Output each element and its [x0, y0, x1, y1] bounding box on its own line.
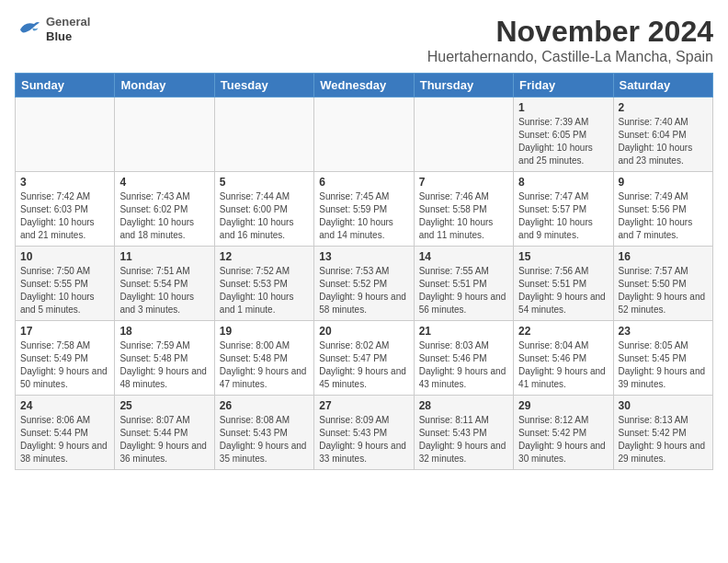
calendar-table: SundayMondayTuesdayWednesdayThursdayFrid…: [15, 73, 713, 470]
day-number: 11: [119, 250, 209, 263]
day-number: 30: [619, 399, 708, 412]
day-info: Sunrise: 7:40 AM Sunset: 6:04 PM Dayligh…: [619, 116, 708, 167]
calendar-week-row: 1Sunrise: 7:39 AM Sunset: 6:05 PM Daylig…: [16, 98, 713, 172]
day-number: 20: [319, 325, 408, 338]
calendar-cell: 28Sunrise: 8:11 AM Sunset: 5:43 PM Dayli…: [414, 396, 513, 470]
day-info: Sunrise: 7:47 AM Sunset: 5:57 PM Dayligh…: [518, 190, 608, 242]
calendar-cell: 10Sunrise: 7:50 AM Sunset: 5:55 PM Dayli…: [16, 247, 115, 321]
day-number: 22: [518, 325, 608, 338]
calendar-cell: [414, 98, 513, 172]
header: General Blue November 2024 Huertahernand…: [15, 15, 713, 65]
day-info: Sunrise: 7:49 AM Sunset: 5:56 PM Dayligh…: [619, 190, 708, 242]
day-number: 21: [419, 325, 508, 338]
weekday-header: Thursday: [414, 74, 513, 98]
day-info: Sunrise: 8:09 AM Sunset: 5:43 PM Dayligh…: [319, 414, 408, 465]
day-info: Sunrise: 8:07 AM Sunset: 5:44 PM Dayligh…: [119, 414, 209, 465]
day-number: 15: [518, 250, 608, 263]
logo-text: General Blue: [46, 15, 90, 43]
calendar-header-row: SundayMondayTuesdayWednesdayThursdayFrid…: [16, 74, 713, 98]
weekday-header: Saturday: [613, 74, 712, 98]
calendar-cell: 27Sunrise: 8:09 AM Sunset: 5:43 PM Dayli…: [314, 396, 414, 470]
day-number: 18: [119, 325, 209, 338]
day-info: Sunrise: 7:52 AM Sunset: 5:53 PM Dayligh…: [220, 265, 309, 316]
calendar-cell: 9Sunrise: 7:49 AM Sunset: 5:56 PM Daylig…: [613, 172, 712, 247]
calendar-cell: 3Sunrise: 7:42 AM Sunset: 6:03 PM Daylig…: [16, 172, 115, 247]
day-number: 9: [619, 176, 708, 189]
calendar-cell: 8Sunrise: 7:47 AM Sunset: 5:57 PM Daylig…: [514, 172, 613, 247]
calendar-cell: 7Sunrise: 7:46 AM Sunset: 5:58 PM Daylig…: [414, 172, 513, 247]
calendar-subtitle: Huertahernando, Castille-La Mancha, Spai…: [427, 49, 713, 65]
day-info: Sunrise: 8:08 AM Sunset: 5:43 PM Dayligh…: [220, 414, 309, 465]
day-info: Sunrise: 7:42 AM Sunset: 6:03 PM Dayligh…: [20, 190, 109, 242]
calendar-cell: 11Sunrise: 7:51 AM Sunset: 5:54 PM Dayli…: [115, 247, 214, 321]
day-info: Sunrise: 8:06 AM Sunset: 5:44 PM Dayligh…: [20, 414, 109, 465]
calendar-cell: 12Sunrise: 7:52 AM Sunset: 5:53 PM Dayli…: [214, 247, 313, 321]
day-info: Sunrise: 7:39 AM Sunset: 6:05 PM Dayligh…: [518, 116, 608, 167]
day-number: 4: [119, 176, 209, 189]
day-number: 5: [220, 176, 309, 189]
day-info: Sunrise: 7:58 AM Sunset: 5:49 PM Dayligh…: [20, 339, 109, 391]
day-info: Sunrise: 7:45 AM Sunset: 5:59 PM Dayligh…: [319, 190, 408, 242]
calendar-cell: 21Sunrise: 8:03 AM Sunset: 5:46 PM Dayli…: [414, 321, 513, 396]
calendar-week-row: 3Sunrise: 7:42 AM Sunset: 6:03 PM Daylig…: [16, 172, 713, 247]
calendar-cell: 23Sunrise: 8:05 AM Sunset: 5:45 PM Dayli…: [613, 321, 712, 396]
day-number: 14: [419, 250, 508, 263]
calendar-cell: 15Sunrise: 7:56 AM Sunset: 5:51 PM Dayli…: [514, 247, 613, 321]
day-number: 2: [619, 101, 708, 114]
calendar-cell: 20Sunrise: 8:02 AM Sunset: 5:47 PM Dayli…: [314, 321, 414, 396]
calendar-cell: [314, 98, 414, 172]
day-number: 8: [518, 176, 608, 189]
calendar-body: 1Sunrise: 7:39 AM Sunset: 6:05 PM Daylig…: [16, 98, 713, 470]
day-info: Sunrise: 7:43 AM Sunset: 6:02 PM Dayligh…: [119, 190, 209, 242]
day-info: Sunrise: 8:13 AM Sunset: 5:42 PM Dayligh…: [619, 414, 708, 465]
day-info: Sunrise: 7:59 AM Sunset: 5:48 PM Dayligh…: [119, 339, 209, 391]
calendar-cell: 14Sunrise: 7:55 AM Sunset: 5:51 PM Dayli…: [414, 247, 513, 321]
day-number: 13: [319, 250, 408, 263]
day-number: 23: [619, 325, 708, 338]
day-number: 25: [119, 399, 209, 412]
calendar-week-row: 10Sunrise: 7:50 AM Sunset: 5:55 PM Dayli…: [16, 247, 713, 321]
day-info: Sunrise: 7:57 AM Sunset: 5:50 PM Dayligh…: [619, 265, 708, 316]
calendar-week-row: 17Sunrise: 7:58 AM Sunset: 5:49 PM Dayli…: [16, 321, 713, 396]
day-number: 12: [220, 250, 309, 263]
day-number: 1: [518, 101, 608, 114]
day-number: 19: [220, 325, 309, 338]
calendar-cell: 22Sunrise: 8:04 AM Sunset: 5:46 PM Dayli…: [514, 321, 613, 396]
day-number: 10: [20, 250, 109, 263]
calendar-cell: [214, 98, 313, 172]
title-block: November 2024 Huertahernando, Castille-L…: [427, 15, 713, 65]
day-info: Sunrise: 8:00 AM Sunset: 5:48 PM Dayligh…: [220, 339, 309, 391]
calendar-cell: 5Sunrise: 7:44 AM Sunset: 6:00 PM Daylig…: [214, 172, 313, 247]
day-number: 28: [419, 399, 508, 412]
calendar-cell: 18Sunrise: 7:59 AM Sunset: 5:48 PM Dayli…: [115, 321, 214, 396]
calendar-cell: 19Sunrise: 8:00 AM Sunset: 5:48 PM Dayli…: [214, 321, 313, 396]
day-number: 3: [20, 176, 109, 189]
day-info: Sunrise: 7:46 AM Sunset: 5:58 PM Dayligh…: [419, 190, 508, 242]
calendar-cell: 1Sunrise: 7:39 AM Sunset: 6:05 PM Daylig…: [514, 98, 613, 172]
calendar-cell: 30Sunrise: 8:13 AM Sunset: 5:42 PM Dayli…: [613, 396, 712, 470]
calendar-cell: 2Sunrise: 7:40 AM Sunset: 6:04 PM Daylig…: [613, 98, 712, 172]
logo: General Blue: [15, 15, 90, 43]
day-number: 17: [20, 325, 109, 338]
calendar-week-row: 24Sunrise: 8:06 AM Sunset: 5:44 PM Dayli…: [16, 396, 713, 470]
day-info: Sunrise: 7:55 AM Sunset: 5:51 PM Dayligh…: [419, 265, 508, 316]
calendar-cell: 25Sunrise: 8:07 AM Sunset: 5:44 PM Dayli…: [115, 396, 214, 470]
calendar-cell: 4Sunrise: 7:43 AM Sunset: 6:02 PM Daylig…: [115, 172, 214, 247]
calendar-cell: 29Sunrise: 8:12 AM Sunset: 5:42 PM Dayli…: [514, 396, 613, 470]
calendar-cell: [16, 98, 115, 172]
day-info: Sunrise: 7:44 AM Sunset: 6:00 PM Dayligh…: [220, 190, 309, 242]
day-number: 24: [20, 399, 109, 412]
calendar-title: November 2024: [427, 15, 713, 49]
day-info: Sunrise: 8:12 AM Sunset: 5:42 PM Dayligh…: [518, 414, 608, 465]
day-info: Sunrise: 8:05 AM Sunset: 5:45 PM Dayligh…: [619, 339, 708, 391]
day-info: Sunrise: 8:11 AM Sunset: 5:43 PM Dayligh…: [419, 414, 508, 465]
calendar-cell: 16Sunrise: 7:57 AM Sunset: 5:50 PM Dayli…: [613, 247, 712, 321]
calendar-cell: [115, 98, 214, 172]
logo-line2: Blue: [46, 29, 90, 44]
calendar-cell: 26Sunrise: 8:08 AM Sunset: 5:43 PM Dayli…: [214, 396, 313, 470]
weekday-header: Friday: [514, 74, 613, 98]
day-number: 6: [319, 176, 408, 189]
day-info: Sunrise: 8:02 AM Sunset: 5:47 PM Dayligh…: [319, 339, 408, 391]
day-number: 29: [518, 399, 608, 412]
day-info: Sunrise: 7:51 AM Sunset: 5:54 PM Dayligh…: [119, 265, 209, 316]
